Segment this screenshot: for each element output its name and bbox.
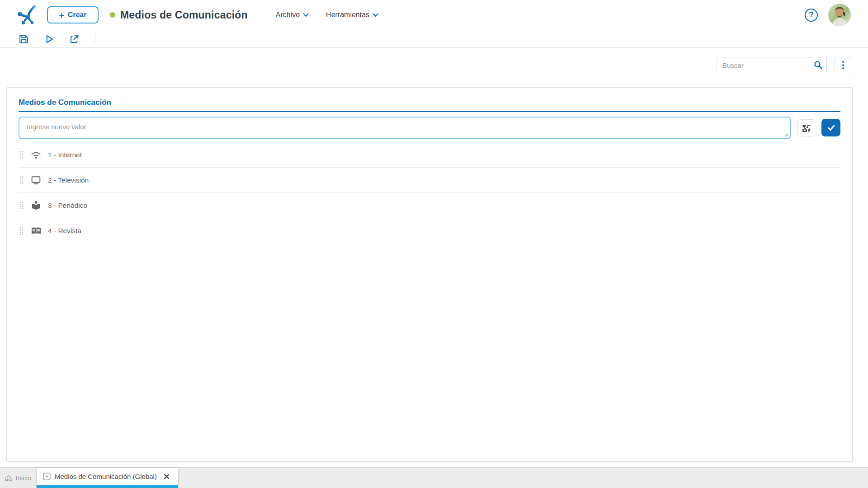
list-item-label: 3 - Periódico bbox=[48, 202, 87, 210]
drag-handle-icon[interactable] bbox=[19, 176, 24, 184]
kebab-menu-icon bbox=[842, 61, 844, 70]
tab-active-label: Medios de Comunicación (Global) bbox=[55, 473, 157, 480]
checkmark-icon bbox=[826, 123, 836, 132]
chevron-down-icon bbox=[303, 13, 309, 17]
list-editor-card: Medios de Comunicación bbox=[6, 87, 853, 462]
list-item[interactable]: 1 - Internet bbox=[19, 142, 840, 168]
toolbar-separator bbox=[95, 33, 95, 45]
menu-herramientas-label: Herramientas bbox=[326, 11, 369, 19]
search-box bbox=[717, 57, 827, 73]
drag-handle-icon[interactable] bbox=[19, 150, 24, 159]
bottom-tabbar: Inicio Medios de Comunicación (Global) bbox=[0, 467, 868, 488]
tab-home-label: Inicio bbox=[15, 474, 31, 482]
export-icon[interactable] bbox=[69, 33, 80, 45]
newspaper-reader-icon bbox=[30, 200, 42, 211]
search-input[interactable] bbox=[717, 57, 810, 73]
status-dot bbox=[110, 12, 115, 18]
create-button[interactable]: + Crear bbox=[47, 6, 99, 23]
quick-toolbar bbox=[0, 30, 868, 48]
tv-icon bbox=[30, 174, 42, 186]
list-item[interactable]: 4 - Revista bbox=[19, 218, 840, 244]
list-heading: Medios de Comunicación bbox=[19, 98, 840, 112]
menu-bar: Archivo Herramientas bbox=[276, 11, 378, 19]
help-icon[interactable]: ? bbox=[805, 9, 818, 22]
insert-media-icon bbox=[801, 123, 811, 133]
magazine-book-icon bbox=[30, 225, 42, 236]
tab-home[interactable]: Inicio bbox=[0, 468, 37, 488]
list-item-label: 1 - Internet bbox=[48, 151, 82, 159]
chevron-down-icon bbox=[373, 13, 378, 17]
user-avatar[interactable] bbox=[828, 4, 851, 26]
create-button-label: Crear bbox=[68, 11, 87, 19]
app-logo-icon[interactable] bbox=[16, 4, 38, 26]
help-glyph: ? bbox=[809, 10, 813, 19]
play-icon[interactable] bbox=[43, 33, 55, 45]
list-item-label: 4 - Revista bbox=[48, 227, 81, 235]
new-value-row bbox=[19, 117, 840, 139]
menu-archivo-label: Archivo bbox=[276, 11, 300, 19]
value-list: 1 - Internet 2 - Televi bbox=[19, 142, 840, 244]
insert-media-button[interactable] bbox=[797, 119, 815, 136]
menu-herramientas[interactable]: Herramientas bbox=[326, 11, 378, 19]
new-value-input[interactable] bbox=[19, 117, 791, 139]
close-tab-icon[interactable] bbox=[163, 473, 170, 480]
home-icon bbox=[5, 474, 12, 482]
search-icon[interactable] bbox=[810, 57, 826, 73]
tab-active-list[interactable]: Medios de Comunicación (Global) bbox=[37, 468, 178, 488]
confirm-add-button[interactable] bbox=[821, 119, 840, 136]
search-row bbox=[0, 48, 868, 87]
drag-handle-icon[interactable] bbox=[19, 227, 24, 235]
app-header: + Crear Medios de Comunicación Archivo H… bbox=[0, 0, 868, 30]
wifi-icon bbox=[30, 149, 42, 160]
more-options-button[interactable] bbox=[835, 57, 851, 73]
avatar-photo bbox=[828, 4, 851, 26]
drag-handle-icon[interactable] bbox=[19, 201, 24, 210]
list-item[interactable]: 2 - Televisión bbox=[19, 168, 840, 193]
list-item[interactable]: 3 - Periódico bbox=[19, 193, 840, 218]
menu-archivo[interactable]: Archivo bbox=[276, 11, 309, 19]
page-title: Medios de Comunicación bbox=[120, 9, 248, 21]
list-source-icon bbox=[43, 473, 51, 480]
active-tab-indicator bbox=[37, 485, 178, 488]
plus-icon: + bbox=[59, 11, 64, 19]
list-item-label: 2 - Televisión bbox=[48, 176, 89, 184]
save-icon[interactable] bbox=[18, 33, 30, 45]
